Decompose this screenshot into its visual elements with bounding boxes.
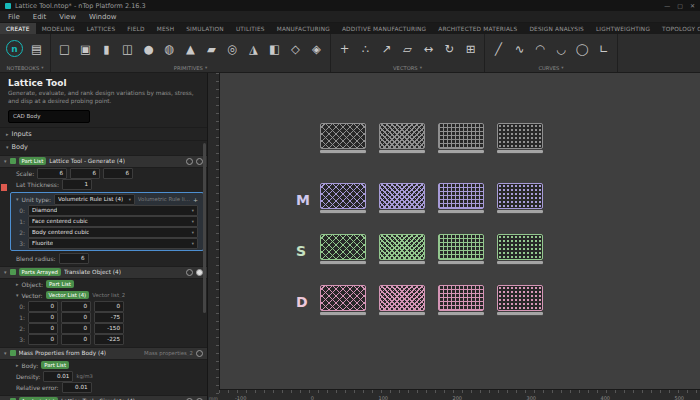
vector-y-input[interactable]: 0 xyxy=(61,312,91,323)
menu-item[interactable]: Window xyxy=(89,13,117,21)
close-button[interactable]: ✕ xyxy=(690,2,695,9)
vector-x-input[interactable]: 0 xyxy=(28,301,58,312)
lattice-part[interactable] xyxy=(438,234,484,264)
cylinder-icon[interactable]: ▮ xyxy=(96,38,117,59)
line-icon[interactable]: ╱ xyxy=(488,38,509,59)
display-toggle[interactable] xyxy=(196,158,203,165)
ribbon-tab[interactable]: FIELD xyxy=(121,23,150,34)
vector-x-input[interactable]: 0 xyxy=(28,334,58,345)
unit-type-dropdown[interactable]: Volumetric Rule List (4) ▾ xyxy=(54,194,135,205)
density-input[interactable]: 0.01 xyxy=(43,371,73,382)
scale-x-input[interactable]: 6 xyxy=(37,168,67,179)
group-label-vectors[interactable]: VECTORS ▾ xyxy=(334,63,481,72)
arc-icon[interactable]: ◠ xyxy=(530,38,551,59)
group-label-primitives[interactable]: PRIMITIVES ▾ xyxy=(54,63,327,72)
vector-icon[interactable]: ↗ xyxy=(376,38,397,59)
lattice-part[interactable] xyxy=(379,234,425,264)
body-section-header[interactable]: ▾ Body xyxy=(0,140,207,153)
vector-x-input[interactable]: 0 xyxy=(28,312,58,323)
lattice-part[interactable] xyxy=(497,234,543,264)
lattice-part[interactable] xyxy=(497,285,543,315)
rotate-icon[interactable]: ↻ xyxy=(439,38,460,59)
vector-y-input[interactable]: 0 xyxy=(61,334,91,345)
scale-y-input[interactable]: 6 xyxy=(70,168,100,179)
group-label-notebooks[interactable]: NOTEBOOKS ▾ xyxy=(3,63,47,72)
cad-body-chip[interactable]: CAD Body xyxy=(8,110,90,123)
box-icon[interactable]: □ xyxy=(54,38,75,59)
curve-icon[interactable]: ◡ xyxy=(551,38,572,59)
visibility-toggle[interactable] xyxy=(196,350,203,357)
lattice-part[interactable] xyxy=(320,123,366,153)
notebook-list-icon[interactable]: ▤ xyxy=(26,38,47,59)
move-icon[interactable]: + xyxy=(334,38,355,59)
tube-icon[interactable]: ◫ xyxy=(117,38,138,59)
lattice-part[interactable] xyxy=(438,123,484,153)
vector-z-input[interactable]: -225 xyxy=(94,334,124,345)
scale-z-input[interactable]: 6 xyxy=(103,168,133,179)
unit-cell-dropdown[interactable]: Face centered cubic ▾ xyxy=(28,216,198,227)
frame-icon[interactable]: ⊞ xyxy=(460,38,481,59)
spline-icon[interactable]: ∿ xyxy=(509,38,530,59)
vector-z-input[interactable]: -75 xyxy=(94,312,124,323)
unit-cell-dropdown[interactable]: Body centered cubic ▾ xyxy=(28,227,198,238)
menu-item[interactable]: Edit xyxy=(33,13,47,21)
ribbon-tab[interactable]: ARCHITECTED MATERIALS xyxy=(432,23,523,34)
capsule-icon[interactable]: ▰ xyxy=(201,38,222,59)
unit-cell-dropdown[interactable]: Diamond ▾ xyxy=(28,205,198,216)
ribbon-tab[interactable]: CREATE xyxy=(0,23,36,34)
circle-icon[interactable]: ◯ xyxy=(572,38,593,59)
ntop-logo-icon[interactable]: n xyxy=(6,40,23,57)
part-list-block-header[interactable]: ▾ Part List Lattice Tool - Generate (4) xyxy=(0,155,207,168)
vector-z-input[interactable]: -150 xyxy=(94,323,124,334)
ribbon-tab[interactable]: ADDITIVE MANUFACTURING xyxy=(336,23,432,34)
menu-item[interactable]: View xyxy=(59,13,76,21)
lattice-part[interactable] xyxy=(438,183,484,213)
object-reference-pill[interactable]: Part List xyxy=(46,280,74,288)
mass-properties-block-header[interactable]: ▾ Mass Properties from Body (4) Mass pro… xyxy=(0,347,207,360)
ribbon-tab[interactable]: SIMULATION xyxy=(180,23,230,34)
body-reference-pill[interactable]: Part List xyxy=(41,361,69,369)
relative-error-input[interactable]: 0.01 xyxy=(62,382,92,393)
point-cloud-icon[interactable]: ∴ xyxy=(355,38,376,59)
ribbon-tab[interactable]: TOPOLOGY OPTIMIZATION xyxy=(656,23,700,34)
lattice-part[interactable] xyxy=(320,234,366,264)
lattice-part[interactable] xyxy=(379,183,425,213)
lattice-part[interactable] xyxy=(438,285,484,315)
analysis-list-block-header[interactable]: ▸ Analysis List Lattice Tool - Simulate … xyxy=(0,395,207,400)
vector-y-input[interactable]: 0 xyxy=(61,301,91,312)
ribbon-tab[interactable]: MANUFACTURING xyxy=(271,23,336,34)
lattice-part[interactable] xyxy=(320,285,366,315)
display-toggle[interactable] xyxy=(196,269,203,276)
torus-icon[interactable]: ◎ xyxy=(222,38,243,59)
pyramid-icon[interactable]: ◮ xyxy=(243,38,264,59)
group-label-curves[interactable]: CURVES ▾ xyxy=(488,63,614,72)
vector-reference-pill[interactable]: Vector List (4) xyxy=(46,291,90,299)
lattice-part[interactable] xyxy=(497,123,543,153)
cone-icon[interactable]: ▲ xyxy=(180,38,201,59)
lattice-part[interactable] xyxy=(497,183,543,213)
hex-prism-icon[interactable]: ◇ xyxy=(285,38,306,59)
ribbon-tab[interactable]: MODELING xyxy=(36,23,81,34)
polyhedron-icon[interactable]: ◈ xyxy=(306,38,327,59)
ribbon-tab[interactable]: LATTICES xyxy=(81,23,122,34)
visibility-toggle[interactable] xyxy=(186,158,193,165)
prism-icon[interactable]: ◧ xyxy=(264,38,285,59)
vector-z-input[interactable]: 0 xyxy=(94,301,124,312)
unit-cell-dropdown[interactable]: Fluorite ▾ xyxy=(28,238,198,249)
visibility-toggle[interactable] xyxy=(186,269,193,276)
ribbon-tab[interactable]: DESIGN ANALYSIS xyxy=(523,23,590,34)
ribbon-tab[interactable]: MESH xyxy=(151,23,181,34)
ellipsoid-icon[interactable]: ◍ xyxy=(159,38,180,59)
unit-type-selected-block[interactable]: ▾ Unit type: Volumetric Rule List (4) ▾ … xyxy=(10,192,204,251)
parts-arrayed-block-header[interactable]: ▾ Parts Arrayed Translate Object (4) xyxy=(0,266,207,279)
ribbon-tab[interactable]: UTILITIES xyxy=(230,23,271,34)
viewport[interactable]: mm MSD -1000100200300400500 xyxy=(208,73,700,400)
ribbon-tab[interactable]: LIGHTWEIGHTING xyxy=(590,23,656,34)
mirror-icon[interactable]: ↔ xyxy=(418,38,439,59)
polyline-icon[interactable]: ∟ xyxy=(593,38,614,59)
maximize-button[interactable]: ▢ xyxy=(677,2,683,9)
lat-thickness-input[interactable]: 1 xyxy=(62,179,92,190)
vector-y-input[interactable]: 0 xyxy=(61,323,91,334)
block-icon[interactable]: ▣ xyxy=(75,38,96,59)
lattice-part[interactable] xyxy=(320,183,366,213)
